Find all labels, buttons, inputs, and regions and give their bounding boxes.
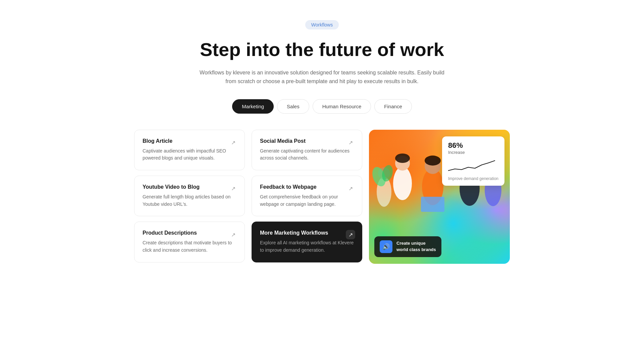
card-more-marketing-workflows[interactable]: More Marketing Workflows Explore all AI … xyxy=(252,222,362,262)
tab-marketing[interactable]: Marketing xyxy=(232,99,274,114)
chart-card: 86% Increase Improve demand generation xyxy=(442,136,504,186)
hero-title: Step into the future of work xyxy=(200,39,444,60)
arrow-icon: ↗ xyxy=(228,184,238,193)
card-desc: Create descriptions that motivate buyers… xyxy=(143,239,236,254)
svg-point-0 xyxy=(393,167,412,200)
arrow-icon: ↗ xyxy=(346,138,355,147)
toast-icon: 🔊 xyxy=(380,240,392,253)
mini-line-chart xyxy=(448,159,495,172)
card-title: Social Media Post xyxy=(260,138,354,144)
category-tabs: Marketing Sales Human Resource Finance xyxy=(232,99,412,114)
card-youtube-to-blog[interactable]: Youtube Video to Blog Generate full leng… xyxy=(134,176,245,216)
chart-label: Increase xyxy=(448,150,498,155)
bottom-toast: 🔊 Create uniqueworld class brands xyxy=(374,236,441,257)
card-desc: Captivate audiences with impactful SEO p… xyxy=(143,147,236,162)
toast-text: Create uniqueworld class brands xyxy=(396,240,436,252)
chart-sublabel: Improve demand generation xyxy=(448,176,498,181)
card-product-descriptions[interactable]: Product Descriptions Create descriptions… xyxy=(134,222,245,262)
arrow-icon: ↗ xyxy=(346,184,355,193)
card-title: Youtube Video to Blog xyxy=(143,184,236,190)
hero-subtitle: Workflows by klevere is an innovative so… xyxy=(195,68,449,85)
arrow-icon: ↗ xyxy=(228,230,238,239)
card-desc: Explore all AI marketing workflows at Kl… xyxy=(260,239,354,254)
chart-stat: 86% xyxy=(448,141,498,150)
arrow-icon: ↗ xyxy=(346,230,355,239)
card-title: More Marketing Workflows xyxy=(260,230,354,236)
card-blog-article[interactable]: Blog Article Captivate audiences with im… xyxy=(134,130,245,170)
speaker-icon: 🔊 xyxy=(382,243,390,250)
workflows-badge: Workflows xyxy=(305,20,339,29)
svg-point-5 xyxy=(425,156,441,166)
visual-panel: 86% Increase Improve demand generation 🔊… xyxy=(369,130,510,264)
card-desc: Get comprehensive feedback on your webpa… xyxy=(260,193,354,208)
card-title: Product Descriptions xyxy=(143,230,236,236)
tab-sales[interactable]: Sales xyxy=(277,99,309,114)
card-desc: Generate full length blog articles based… xyxy=(143,193,236,208)
tab-human-resource[interactable]: Human Resource xyxy=(313,99,371,114)
tab-finance[interactable]: Finance xyxy=(374,99,412,114)
card-title: Blog Article xyxy=(143,138,236,144)
card-feedback-to-webpage[interactable]: Feedback to Webpage Get comprehensive fe… xyxy=(252,176,362,216)
arrow-icon: ↗ xyxy=(228,138,238,147)
svg-point-2 xyxy=(395,154,410,163)
right-cards-column: Social Media Post Generate captivating c… xyxy=(252,130,362,264)
left-cards-column: Blog Article Captivate audiences with im… xyxy=(134,130,245,264)
card-social-media-post[interactable]: Social Media Post Generate captivating c… xyxy=(252,130,362,170)
svg-rect-6 xyxy=(421,197,444,212)
card-desc: Generate captivating content for audienc… xyxy=(260,147,354,162)
content-grid: Blog Article Captivate audiences with im… xyxy=(134,130,510,264)
card-title: Feedback to Webpage xyxy=(260,184,354,190)
